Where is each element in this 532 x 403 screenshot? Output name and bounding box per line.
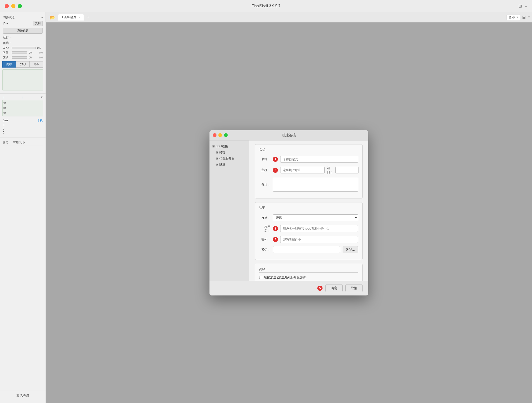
tab-mem[interactable]: 内存 — [2, 61, 16, 68]
divider-1 — [0, 93, 45, 93]
username-form-row: 用户名： 3 — [259, 224, 358, 233]
run-label: 运行 − — [3, 35, 12, 39]
auth-section: 认证 方法： 密码 公钥 键盘交互 — [255, 202, 363, 260]
pass-label: 密码： — [259, 237, 270, 241]
method-form-row: 方法： 密码 公钥 键盘交互 — [259, 214, 358, 221]
smart-accel-label: 智能加速 (加速海外服务器连接) — [264, 275, 306, 280]
tree-item-tunnel[interactable]: ▣ 隧道 — [213, 162, 249, 168]
expand-icon[interactable]: ▼ — [40, 96, 43, 99]
modal-body: ▣ SSH连接 ▣ 终端 ▣ 代理服务器 — [209, 141, 368, 281]
step-1-badge: 1 — [273, 157, 278, 162]
app-body: 同步状态 ● IP − 复制 系统信息 运行 − 负载 − CPU 0% 内存 … — [0, 12, 532, 403]
key-input[interactable] — [273, 246, 340, 253]
host-form-row: 主机： 2 端口： 22 — [259, 166, 358, 174]
grid-view-icon[interactable]: ⊞ — [519, 4, 522, 9]
adv-check1-row: 智能加速 (加速海外服务器连接) — [259, 275, 358, 280]
net-label-9b: 9B — [3, 102, 6, 104]
tree-item-terminal[interactable]: ▣ 终端 — [213, 149, 249, 156]
tab-cpu[interactable]: CPU — [16, 61, 29, 68]
filter-label: 全部 — [509, 15, 515, 20]
swap-row: 交换 0% 0/0 — [0, 55, 45, 60]
tree-item-proxy[interactable]: ▣ 代理服务器 — [213, 156, 249, 162]
folder-icon-button[interactable]: 📂 — [48, 13, 57, 21]
tab-cmd[interactable]: 命令 — [30, 61, 43, 68]
activate-upgrade-button[interactable]: 激活/升级 — [0, 391, 45, 401]
list-view-icon[interactable]: ≡ — [525, 4, 527, 9]
title-bar-right: ⊞ ≡ — [519, 4, 527, 9]
run-row: 运行 − — [0, 35, 45, 40]
tab-close-icon[interactable]: × — [79, 16, 80, 19]
disk-header: 路径 可用/大小 — [3, 141, 43, 145]
key-label: 私钥： — [259, 247, 270, 252]
ping-section: 0ms 本机 0 0 0 — [0, 117, 45, 135]
ip-row: IP − 复制 — [0, 20, 45, 27]
modal-sidebar: ▣ SSH连接 ▣ 终端 ▣ 代理服务器 — [209, 141, 249, 281]
disk-avail-label: 可用/大小 — [13, 141, 25, 145]
copy-button[interactable]: 复制 — [33, 21, 43, 26]
modal-window-controls — [213, 133, 228, 137]
tab-bar-right: 全部 ▼ ⊞ ≡ — [507, 14, 530, 20]
add-tab-button[interactable]: + — [85, 14, 91, 20]
disk-section: 路径 可用/大小 — [0, 139, 45, 148]
close-window-button[interactable] — [5, 4, 9, 8]
advanced-section: 高级 智能加速 (加速海外服务器连接) 启用Exec Channel(若连接上就… — [255, 264, 363, 281]
ip-label: IP − — [3, 22, 8, 25]
method-select[interactable]: 密码 公钥 键盘交互 — [273, 214, 358, 221]
mem-value: 0% — [29, 51, 34, 54]
modal-footer: 5 确定 取消 — [209, 281, 368, 295]
download-arrow-icon: ↓ — [21, 95, 23, 99]
name-input[interactable] — [280, 156, 358, 163]
ping-ms: 0ms — [3, 119, 8, 123]
collapse-icon: ▣ — [212, 145, 215, 148]
step-2-badge: 2 — [273, 168, 278, 173]
note-textarea[interactable] — [273, 178, 358, 192]
name-label: 名称： — [259, 157, 270, 161]
minimize-window-button[interactable] — [11, 4, 15, 8]
smart-accel-checkbox[interactable] — [259, 276, 262, 279]
tree-tunnel-label: 隧道 — [219, 162, 225, 167]
modal-minimize-button[interactable] — [218, 133, 222, 137]
tab-bar: 📂 1 新标签页 × + 全部 ▼ ⊞ ≡ — [46, 12, 532, 22]
cancel-button[interactable]: 取消 — [345, 284, 363, 292]
cpu-label: CPU — [3, 46, 10, 50]
filter-dropdown[interactable]: 全部 ▼ — [507, 14, 520, 20]
page-tab-1[interactable]: 1 新标签页 × — [58, 14, 84, 21]
sys-info-button[interactable]: 系统信息 — [3, 28, 43, 34]
name-form-row: 名称： 1 — [259, 156, 358, 163]
host-input[interactable] — [280, 167, 325, 173]
main-content: 📂 1 新标签页 × + 全部 ▼ ⊞ ≡ — [46, 12, 532, 403]
disk-path-label: 路径 — [3, 141, 8, 145]
ping-stat-1: 0 — [3, 123, 43, 127]
list-view-toggle[interactable]: ≡ — [528, 15, 530, 20]
key-form-row: 私钥： 浏览... — [259, 246, 358, 253]
port-input[interactable]: 22 — [335, 167, 359, 173]
general-section-label: 常规 — [259, 148, 358, 153]
maximize-window-button[interactable] — [18, 4, 22, 8]
grid-view-toggle[interactable]: ⊞ — [522, 15, 526, 20]
monitor-chart — [2, 69, 43, 91]
modal-close-button[interactable] — [213, 133, 216, 137]
swap-progress-bar — [12, 56, 27, 59]
browse-button[interactable]: 浏览... — [342, 246, 358, 253]
filter-arrow-icon: ▼ — [516, 16, 519, 19]
username-input[interactable] — [280, 225, 358, 232]
mem-extra: 0/0 — [36, 51, 43, 54]
ping-local: 本机 — [37, 119, 43, 123]
tree-ssh-label: SSH连接 — [215, 144, 228, 149]
app-title: FinalShell 3.9.5.7 — [252, 4, 280, 8]
load-label: 负载 − — [3, 41, 12, 45]
upload-arrow-icon: ↑ — [2, 95, 4, 99]
swap-value: 0% — [29, 56, 34, 59]
password-input[interactable] — [280, 236, 358, 243]
tree-terminal-label: 终端 — [219, 150, 225, 155]
confirm-button[interactable]: 确定 — [325, 284, 342, 292]
method-label: 方法： — [259, 215, 270, 220]
title-bar: FinalShell 3.9.5.7 ⊞ ≡ — [0, 0, 532, 12]
sidebar: 同步状态 ● IP − 复制 系统信息 运行 − 负载 − CPU 0% 内存 … — [0, 12, 46, 403]
modal-maximize-button[interactable] — [224, 133, 228, 137]
general-section: 常规 名称： 1 主机： 2 — [255, 144, 363, 198]
window-controls — [5, 4, 22, 8]
sync-dot: ● — [41, 16, 43, 19]
tree-item-ssh[interactable]: ▣ SSH连接 — [209, 143, 249, 149]
divider-2 — [0, 137, 45, 137]
